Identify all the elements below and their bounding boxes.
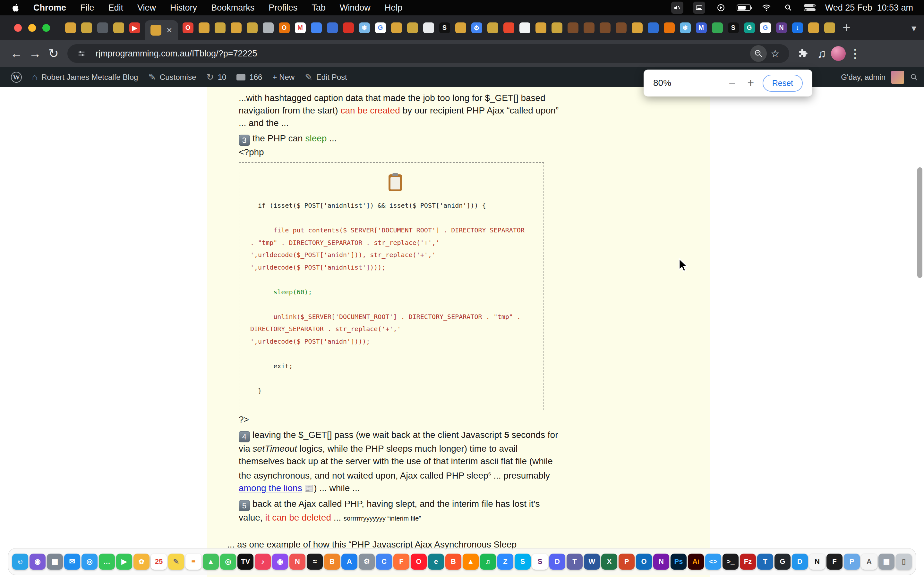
- wordpress-logo-icon[interactable]: W: [6, 67, 27, 87]
- dock-icon[interactable]: Z: [497, 554, 513, 570]
- now-playing-icon[interactable]: [715, 2, 727, 14]
- browser-tab[interactable]: M: [292, 15, 309, 40]
- control-center-icon[interactable]: [804, 4, 816, 11]
- dock-icon[interactable]: e: [428, 554, 444, 570]
- clipboard-icon[interactable]: [389, 174, 402, 191]
- active-browser-tab[interactable]: ×: [145, 20, 178, 40]
- dock-icon[interactable]: ◉: [272, 554, 288, 570]
- browser-tab[interactable]: [260, 15, 276, 40]
- browser-tab[interactable]: G: [373, 15, 389, 40]
- browser-tab[interactable]: ❄: [357, 15, 373, 40]
- back-button[interactable]: ←: [7, 44, 26, 63]
- close-tab-icon[interactable]: ×: [166, 25, 172, 35]
- browser-tab[interactable]: [709, 15, 725, 40]
- dock-icon[interactable]: ◎: [81, 554, 97, 570]
- new-content-link[interactable]: + New: [267, 67, 300, 87]
- menu-item[interactable]: Bookmarks: [211, 3, 254, 13]
- site-name-link[interactable]: ⌂ Robert James Metcalfe Blog: [27, 67, 143, 87]
- dock-icon[interactable]: ☺: [12, 554, 28, 570]
- dock-icon[interactable]: F: [827, 554, 843, 570]
- dock-icon[interactable]: ✎: [168, 554, 184, 570]
- menu-item[interactable]: Tab: [312, 3, 326, 13]
- dock-icon[interactable]: D: [792, 554, 808, 570]
- dock-icon[interactable]: ♪: [255, 554, 271, 570]
- dock-icon[interactable]: O: [636, 554, 652, 570]
- minimize-window-button[interactable]: [28, 24, 36, 32]
- browser-tab[interactable]: [549, 15, 565, 40]
- menu-item[interactable]: File: [80, 3, 94, 13]
- browser-tab[interactable]: ❄: [677, 15, 693, 40]
- dock-icon[interactable]: ♫: [480, 554, 496, 570]
- browser-tab[interactable]: G: [758, 15, 774, 40]
- dock-icon[interactable]: ▶: [116, 554, 132, 570]
- fullscreen-window-button[interactable]: [42, 24, 50, 32]
- dock-icon[interactable]: ▲: [203, 554, 219, 570]
- dock-icon[interactable]: D: [549, 554, 565, 570]
- dock-icon[interactable]: P: [844, 554, 860, 570]
- edit-post-link[interactable]: ✎ Edit Post: [300, 67, 352, 87]
- close-window-button[interactable]: [14, 24, 22, 32]
- dock-icon[interactable]: …: [99, 554, 115, 570]
- dock-icon[interactable]: ✿: [134, 554, 150, 570]
- browser-tab[interactable]: [581, 15, 597, 40]
- dock-icon[interactable]: A: [341, 554, 357, 570]
- admin-avatar[interactable]: [891, 71, 904, 84]
- browser-tab[interactable]: ↓: [790, 15, 806, 40]
- input-source-icon[interactable]: [693, 2, 705, 14]
- browser-tab[interactable]: [79, 15, 95, 40]
- dock-icon[interactable]: B: [445, 554, 461, 570]
- menu-item[interactable]: Help: [384, 3, 403, 13]
- browser-tab[interactable]: [405, 15, 421, 40]
- browser-tab[interactable]: O: [180, 15, 196, 40]
- dock-icon[interactable]: >_: [722, 554, 738, 570]
- dock-icon[interactable]: ◉: [29, 554, 45, 570]
- dock-icon[interactable]: P: [619, 554, 635, 570]
- dock-icon[interactable]: Fz: [740, 554, 756, 570]
- zoom-out-button[interactable]: −: [723, 74, 741, 92]
- updates-link[interactable]: ↻ 10: [201, 67, 231, 87]
- address-bar[interactable]: rjmprogramming.com.au/ITblog/?p=72225 ☆: [67, 44, 789, 63]
- browser-tab[interactable]: O: [276, 15, 292, 40]
- menu-item[interactable]: Edit: [108, 3, 124, 13]
- browser-tab[interactable]: [212, 15, 228, 40]
- browser-tab[interactable]: S: [437, 15, 453, 40]
- browser-tab[interactable]: ⚙: [469, 15, 485, 40]
- dock-icon[interactable]: N: [653, 554, 669, 570]
- battery-icon[interactable]: [737, 5, 751, 11]
- browser-tab[interactable]: [822, 15, 838, 40]
- dock-icon[interactable]: Ps: [670, 554, 687, 570]
- admin-search-icon[interactable]: [910, 73, 918, 81]
- new-tab-button[interactable]: +: [838, 19, 856, 37]
- browser-tab[interactable]: [111, 15, 127, 40]
- active-app-name[interactable]: Chrome: [33, 3, 66, 13]
- dock-icon[interactable]: N: [289, 554, 305, 570]
- dock-icon[interactable]: ▦: [47, 554, 63, 570]
- browser-tab[interactable]: [533, 15, 549, 40]
- browser-tab[interactable]: [565, 15, 581, 40]
- browser-tab[interactable]: [629, 15, 645, 40]
- menu-item[interactable]: Profiles: [268, 3, 297, 13]
- menu-item[interactable]: History: [170, 3, 197, 13]
- browser-tab[interactable]: [244, 15, 260, 40]
- browser-tab[interactable]: [421, 15, 437, 40]
- browser-tab[interactable]: [517, 15, 533, 40]
- dock-icon[interactable]: ≈: [307, 554, 323, 570]
- browser-tab[interactable]: [228, 15, 244, 40]
- browser-tab[interactable]: [806, 15, 822, 40]
- greeting-label[interactable]: G'day, admin: [841, 73, 885, 82]
- bookmark-star-icon[interactable]: ☆: [767, 45, 783, 62]
- browser-tab[interactable]: S: [725, 15, 741, 40]
- browser-menu-kebab-icon[interactable]: ⋮: [846, 44, 864, 63]
- browser-tab[interactable]: [501, 15, 517, 40]
- wifi-icon[interactable]: [760, 2, 772, 14]
- dock-icon[interactable]: T: [757, 554, 773, 570]
- dock-icon[interactable]: T: [567, 554, 583, 570]
- dock-icon[interactable]: F: [393, 554, 409, 570]
- volume-muted-icon[interactable]: [671, 2, 683, 14]
- apple-logo-icon[interactable]: [11, 2, 22, 13]
- dock-icon[interactable]: S: [532, 554, 548, 570]
- browser-tab[interactable]: [453, 15, 469, 40]
- browser-tab[interactable]: [95, 15, 111, 40]
- dock-icon[interactable]: X: [601, 554, 617, 570]
- dock-icon[interactable]: B: [324, 554, 340, 570]
